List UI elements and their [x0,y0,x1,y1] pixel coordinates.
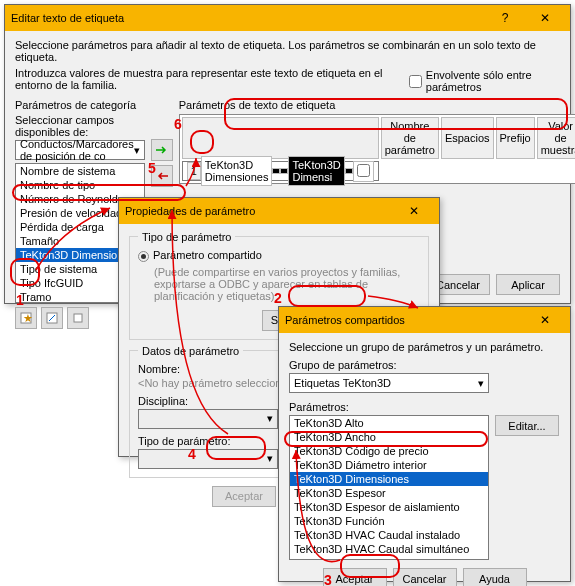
list-item[interactable]: TeKton3D Diámetro interior [290,458,488,472]
edit-param-button[interactable] [41,307,63,329]
hint-text: (Puede compartirse en varios proyectos y… [154,266,420,302]
titlebar: Parámetros compartidos ✕ [279,307,570,333]
available-fields-select[interactable]: Conductos/Marcadores de posición de co▾ [15,140,145,160]
params-label: Parámetros: [289,401,560,413]
intro-text: Seleccione parámetros para añadir al tex… [15,39,560,63]
list-item[interactable]: TeKton3D HVAC Caudal simultáneo [290,542,488,556]
dialog-title: Parámetros compartidos [285,314,405,326]
step-number: 1 [16,292,24,308]
step-number: 4 [188,446,196,462]
chevron-down-icon: ▾ [267,412,273,425]
shared-param-radio[interactable] [138,251,149,262]
list-item[interactable]: TeKton3D Código de precio [290,444,488,458]
chevron-down-icon: ▾ [267,452,273,465]
new-param-button[interactable]: ★ [15,307,37,329]
add-param-button[interactable] [151,139,173,161]
dialog-title: Propiedades de parámetro [125,205,255,217]
step-number: 2 [274,290,282,306]
step-number: 5 [148,160,156,176]
list-item[interactable]: Nombre de sistema [16,164,144,178]
split-checkbox[interactable] [357,164,370,177]
apply-button[interactable]: Aplicar [496,274,560,295]
list-item[interactable]: TeKton3D Espesor de aislamiento [290,500,488,514]
wrap-checkbox[interactable]: Envolvente sólo entre parámetros [409,69,560,93]
discipline-select[interactable]: ▾ [138,409,278,429]
step-number: 3 [324,572,332,586]
list-item[interactable]: TeKton3D HVAC Caudal instalado [290,528,488,542]
help-icon[interactable]: ? [486,8,524,28]
list-item[interactable]: TeKton3D HVAC Pérdida [290,556,488,560]
list-item[interactable]: TeKton3D Función [290,514,488,528]
shared-param-label: Parámetro compartido [153,249,262,261]
chevron-down-icon: ▾ [478,377,484,390]
wrap-label: Envolvente sólo entre parámetros [426,69,560,93]
available-fields-label: Seleccionar campos disponibles de: [15,114,145,138]
group-label: Grupo de parámetros: [289,359,560,371]
shared-params-dialog: Parámetros compartidos ✕ Seleccione un g… [278,306,571,582]
svg-rect-3 [74,314,82,322]
category-params-label: Parámetros de categoría [15,99,145,111]
close-icon[interactable]: ✕ [526,310,564,330]
titlebar: Propiedades de parámetro ✕ [119,198,439,224]
params-list[interactable]: TeKton3D AltoTeKton3D AnchoTeKton3D Códi… [289,415,489,560]
titlebar: Editar texto de etiqueta ? ✕ [5,5,570,31]
group-select[interactable]: Etiquetas TeKton3D▾ [289,373,489,393]
label-params-table: Nombre de parámetroEspaciosPrefijoValor … [179,114,575,184]
cancel-button[interactable]: Cancelar [393,568,457,586]
list-item[interactable]: TeKton3D Alto [290,416,488,430]
label-text-params-label: Parámetros de texto de etiqueta [179,99,575,111]
table-row[interactable]: 1TeKton3D DimensionesTeKton3D Dimensi [182,161,379,181]
dialog-title: Editar texto de etiqueta [11,12,124,24]
list-item[interactable]: TeKton3D Ancho [290,430,488,444]
delete-param-button[interactable] [67,307,89,329]
group-label: Tipo de parámetro [138,231,235,243]
ok-button: Aceptar [212,486,276,507]
ok-button[interactable]: Aceptar [323,568,387,586]
list-item[interactable]: TeKton3D Espesor [290,486,488,500]
chevron-down-icon: ▾ [134,144,140,157]
list-item[interactable]: Nombre de tipo [16,178,144,192]
edit-button[interactable]: Editar... [495,415,559,436]
step-number: 6 [174,116,182,132]
close-icon[interactable]: ✕ [526,8,564,28]
intro-text-2: Introduzca valores de muestra para repre… [15,67,409,91]
group-label: Datos de parámetro [138,345,243,357]
close-icon[interactable]: ✕ [395,201,433,221]
help-button[interactable]: Ayuda [463,568,527,586]
list-item[interactable]: TeKton3D Dimensiones [290,472,488,486]
svg-text:★: ★ [23,312,33,324]
param-type-select[interactable]: ▾ [138,449,278,469]
intro-text: Seleccione un grupo de parámetros y un p… [289,341,560,353]
